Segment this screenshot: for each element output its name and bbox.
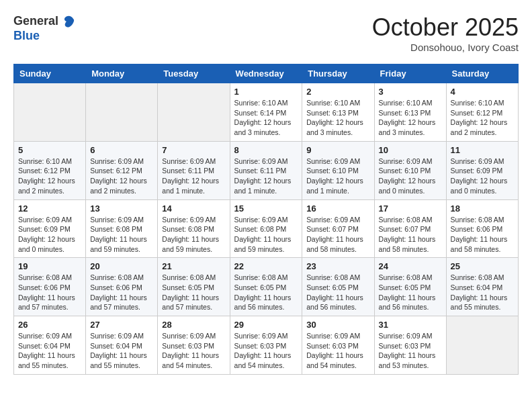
day-cell: 3Sunrise: 6:10 AM Sunset: 6:13 PM Daylig… (374, 83, 446, 142)
day-cell: 6Sunrise: 6:09 AM Sunset: 6:12 PM Daylig… (86, 141, 158, 199)
day-number: 14 (162, 203, 225, 214)
day-cell (14, 83, 86, 142)
day-cell: 17Sunrise: 6:08 AM Sunset: 6:07 PM Dayli… (374, 199, 446, 258)
day-number: 7 (162, 145, 225, 155)
day-info: Sunrise: 6:09 AM Sunset: 6:10 PM Dayligh… (379, 156, 442, 196)
day-info: Sunrise: 6:09 AM Sunset: 6:03 PM Dayligh… (162, 331, 225, 371)
day-cell: 9Sunrise: 6:09 AM Sunset: 6:10 PM Daylig… (302, 141, 374, 199)
weekday-thursday: Thursday (302, 64, 374, 83)
day-number: 4 (451, 87, 514, 97)
day-number: 27 (90, 320, 153, 330)
day-cell: 14Sunrise: 6:09 AM Sunset: 6:08 PM Dayli… (158, 199, 230, 258)
day-info: Sunrise: 6:09 AM Sunset: 6:09 PM Dayligh… (451, 156, 514, 196)
location: Donsohouo, Ivory Coast (372, 42, 519, 53)
day-cell: 23Sunrise: 6:08 AM Sunset: 6:05 PM Dayli… (302, 258, 374, 316)
day-number: 11 (451, 145, 514, 155)
week-row-1: 1Sunrise: 6:10 AM Sunset: 6:14 PM Daylig… (14, 83, 519, 142)
day-info: Sunrise: 6:09 AM Sunset: 6:03 PM Dayligh… (306, 331, 369, 371)
calendar: SundayMondayTuesdayWednesdayThursdayFrid… (13, 64, 519, 375)
day-cell: 29Sunrise: 6:09 AM Sunset: 6:03 PM Dayli… (230, 316, 302, 375)
day-info: Sunrise: 6:08 AM Sunset: 6:04 PM Dayligh… (451, 273, 514, 312)
day-number: 16 (306, 203, 369, 214)
day-number: 20 (90, 261, 153, 271)
day-info: Sunrise: 6:09 AM Sunset: 6:11 PM Dayligh… (162, 156, 225, 196)
day-cell: 28Sunrise: 6:09 AM Sunset: 6:03 PM Dayli… (158, 316, 230, 375)
day-number: 22 (234, 261, 298, 271)
day-number: 25 (451, 261, 514, 271)
logo: General Blue (13, 13, 76, 43)
day-number: 6 (90, 145, 153, 155)
day-info: Sunrise: 6:10 AM Sunset: 6:14 PM Dayligh… (234, 98, 298, 138)
day-number: 10 (379, 145, 442, 155)
day-number: 29 (234, 320, 298, 330)
day-info: Sunrise: 6:08 AM Sunset: 6:05 PM Dayligh… (162, 273, 225, 312)
logo-general: General (13, 15, 58, 28)
day-info: Sunrise: 6:08 AM Sunset: 6:06 PM Dayligh… (90, 273, 153, 312)
day-number: 31 (379, 320, 442, 330)
day-cell: 22Sunrise: 6:08 AM Sunset: 6:05 PM Dayli… (230, 258, 302, 316)
month-title: October 2025 (372, 13, 519, 42)
day-number: 23 (306, 261, 369, 271)
day-number: 3 (379, 87, 442, 97)
day-info: Sunrise: 6:09 AM Sunset: 6:04 PM Dayligh… (90, 331, 153, 371)
day-cell: 18Sunrise: 6:08 AM Sunset: 6:06 PM Dayli… (446, 199, 518, 258)
day-number: 9 (306, 145, 369, 155)
day-info: Sunrise: 6:08 AM Sunset: 6:06 PM Dayligh… (18, 273, 81, 312)
weekday-monday: Monday (86, 64, 158, 83)
day-cell: 24Sunrise: 6:08 AM Sunset: 6:05 PM Dayli… (374, 258, 446, 316)
day-info: Sunrise: 6:08 AM Sunset: 6:05 PM Dayligh… (306, 273, 369, 312)
day-cell: 19Sunrise: 6:08 AM Sunset: 6:06 PM Dayli… (14, 258, 86, 316)
weekday-header-row: SundayMondayTuesdayWednesdayThursdayFrid… (14, 64, 519, 83)
day-info: Sunrise: 6:09 AM Sunset: 6:09 PM Dayligh… (18, 215, 81, 255)
day-info: Sunrise: 6:08 AM Sunset: 6:07 PM Dayligh… (379, 215, 442, 255)
weekday-friday: Friday (374, 64, 446, 83)
logo-bird-icon (60, 13, 76, 30)
day-info: Sunrise: 6:10 AM Sunset: 6:12 PM Dayligh… (451, 98, 514, 138)
logo-blue: Blue (13, 30, 76, 43)
day-number: 24 (379, 261, 442, 271)
day-cell: 25Sunrise: 6:08 AM Sunset: 6:04 PM Dayli… (446, 258, 518, 316)
day-info: Sunrise: 6:08 AM Sunset: 6:05 PM Dayligh… (234, 273, 298, 312)
day-info: Sunrise: 6:09 AM Sunset: 6:03 PM Dayligh… (234, 331, 298, 371)
day-info: Sunrise: 6:10 AM Sunset: 6:13 PM Dayligh… (306, 98, 369, 138)
day-number: 13 (90, 203, 153, 214)
day-info: Sunrise: 6:09 AM Sunset: 6:10 PM Dayligh… (306, 156, 369, 196)
day-info: Sunrise: 6:09 AM Sunset: 6:08 PM Dayligh… (234, 215, 298, 255)
day-cell (158, 83, 230, 142)
day-number: 15 (234, 203, 298, 214)
week-row-3: 12Sunrise: 6:09 AM Sunset: 6:09 PM Dayli… (14, 199, 519, 258)
day-cell: 16Sunrise: 6:09 AM Sunset: 6:07 PM Dayli… (302, 199, 374, 258)
weekday-sunday: Sunday (14, 64, 86, 83)
calendar-body: 1Sunrise: 6:10 AM Sunset: 6:14 PM Daylig… (14, 83, 519, 375)
day-number: 28 (162, 320, 225, 330)
day-cell: 8Sunrise: 6:09 AM Sunset: 6:11 PM Daylig… (230, 141, 302, 199)
day-info: Sunrise: 6:09 AM Sunset: 6:04 PM Dayligh… (18, 331, 81, 371)
logo-text: General Blue (13, 13, 76, 43)
day-number: 21 (162, 261, 225, 271)
day-cell: 11Sunrise: 6:09 AM Sunset: 6:09 PM Dayli… (446, 141, 518, 199)
weekday-tuesday: Tuesday (158, 64, 230, 83)
page-header: General Blue October 2025 Donsohouo, Ivo… (13, 13, 519, 53)
day-cell: 20Sunrise: 6:08 AM Sunset: 6:06 PM Dayli… (86, 258, 158, 316)
day-cell: 5Sunrise: 6:10 AM Sunset: 6:12 PM Daylig… (14, 141, 86, 199)
day-cell (446, 316, 518, 375)
day-cell: 13Sunrise: 6:09 AM Sunset: 6:08 PM Dayli… (86, 199, 158, 258)
day-number: 19 (18, 261, 81, 271)
weekday-wednesday: Wednesday (230, 64, 302, 83)
week-row-2: 5Sunrise: 6:10 AM Sunset: 6:12 PM Daylig… (14, 141, 519, 199)
day-info: Sunrise: 6:10 AM Sunset: 6:13 PM Dayligh… (379, 98, 442, 138)
day-info: Sunrise: 6:09 AM Sunset: 6:03 PM Dayligh… (379, 331, 442, 371)
day-cell: 7Sunrise: 6:09 AM Sunset: 6:11 PM Daylig… (158, 141, 230, 199)
day-cell: 1Sunrise: 6:10 AM Sunset: 6:14 PM Daylig… (230, 83, 302, 142)
day-number: 8 (234, 145, 298, 155)
day-cell: 10Sunrise: 6:09 AM Sunset: 6:10 PM Dayli… (374, 141, 446, 199)
day-info: Sunrise: 6:09 AM Sunset: 6:08 PM Dayligh… (162, 215, 225, 255)
day-number: 17 (379, 203, 442, 214)
day-number: 30 (306, 320, 369, 330)
day-cell: 12Sunrise: 6:09 AM Sunset: 6:09 PM Dayli… (14, 199, 86, 258)
day-cell (86, 83, 158, 142)
title-area: October 2025 Donsohouo, Ivory Coast (372, 13, 519, 53)
day-cell: 30Sunrise: 6:09 AM Sunset: 6:03 PM Dayli… (302, 316, 374, 375)
day-info: Sunrise: 6:09 AM Sunset: 6:08 PM Dayligh… (90, 215, 153, 255)
day-cell: 4Sunrise: 6:10 AM Sunset: 6:12 PM Daylig… (446, 83, 518, 142)
